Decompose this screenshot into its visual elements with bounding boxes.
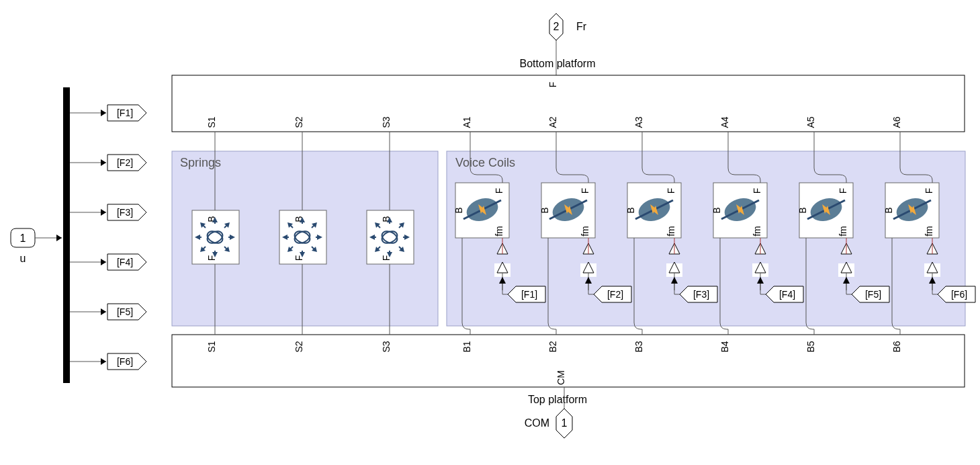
port-B: B: [883, 207, 894, 213]
port-F: F: [666, 188, 676, 194]
port-F: F: [838, 188, 848, 194]
demux-bar: [63, 87, 70, 383]
port-fm: fm: [666, 226, 676, 237]
port-fm: fm: [752, 226, 762, 237]
bottom-platform-title: Bottom platform: [520, 58, 596, 69]
arrow-icon: [101, 159, 106, 166]
goto-label: [F2]: [117, 157, 133, 168]
goto-label: [F6]: [117, 356, 133, 367]
from-label: [F2]: [607, 289, 623, 300]
spring-block-3: B F: [367, 210, 414, 264]
port-fm: fm: [580, 226, 590, 237]
connport-name: COM: [525, 417, 549, 429]
goto-label: [F4]: [117, 257, 133, 267]
goto-f1: [F1]: [70, 105, 146, 121]
outport-number: 2: [553, 21, 560, 32]
port-fm: fm: [924, 226, 934, 237]
port-label: A1: [461, 116, 472, 128]
conn-port-com: 1: [556, 409, 572, 438]
port-label: S1: [206, 341, 217, 352]
port-label: B5: [805, 341, 816, 352]
port-label: A6: [891, 116, 902, 128]
top-platform-block: [172, 335, 965, 387]
goto-label: [F3]: [117, 207, 133, 218]
outport-name: Fr: [576, 21, 587, 32]
port-B: B: [797, 207, 808, 213]
port-F: F: [547, 82, 558, 88]
port-label: A2: [547, 116, 558, 128]
from-label: [F1]: [521, 289, 537, 300]
port-B: B: [539, 207, 550, 213]
from-label: [F4]: [779, 289, 795, 300]
port-F: F: [752, 188, 762, 194]
port-label: B6: [891, 341, 902, 352]
port-label: A5: [805, 116, 816, 128]
goto-f4: [F4]: [70, 254, 146, 270]
voicecoils-title: Voice Coils: [455, 156, 515, 169]
arrow-icon: [101, 259, 106, 265]
port-label: S3: [381, 116, 392, 128]
goto-f3: [F3]: [70, 204, 146, 220]
inport-number: 1: [20, 232, 26, 244]
connport-number: 1: [562, 417, 568, 429]
from-label: [F5]: [865, 289, 881, 300]
arrow-icon: [101, 209, 106, 216]
port-F: F: [924, 188, 934, 194]
goto-label: [F1]: [117, 108, 133, 118]
port-CM: CM: [555, 370, 566, 385]
port-label: S2: [294, 341, 304, 352]
goto-f6: [F6]: [70, 353, 146, 370]
bottom-platform-block: [172, 75, 965, 132]
port-label: B2: [547, 341, 558, 352]
port-F: F: [494, 188, 504, 194]
from-label: [F6]: [951, 289, 967, 300]
port-label: S3: [381, 341, 392, 352]
port-label: S2: [294, 116, 304, 128]
goto-f2: [F2]: [70, 155, 146, 171]
port-B: B: [453, 207, 464, 213]
port-label: S1: [206, 116, 217, 128]
spring-block-1: B F: [192, 210, 239, 264]
port-B: B: [711, 207, 722, 213]
inport-u: 1: [11, 228, 35, 247]
port-label: A4: [719, 116, 730, 128]
arrow-icon: [101, 358, 106, 365]
port-B: B: [625, 207, 636, 213]
goto-f5: [F5]: [70, 304, 146, 320]
port-label: B1: [461, 341, 472, 352]
port-label: A3: [633, 116, 644, 128]
arrow-icon: [56, 235, 62, 241]
port-F: F: [580, 188, 590, 194]
arrow-icon: [101, 110, 106, 116]
port-fm: fm: [494, 226, 504, 237]
port-label: B3: [633, 341, 644, 352]
port-fm: fm: [838, 226, 848, 237]
goto-label: [F5]: [117, 306, 133, 317]
outport-fr: 2: [549, 13, 563, 40]
top-platform-title: Top platform: [528, 394, 587, 405]
inport-name: u: [20, 253, 26, 264]
from-label: [F3]: [693, 289, 709, 300]
spring-block-2: B F: [279, 210, 326, 264]
arrow-icon: [101, 308, 106, 315]
port-label: B4: [719, 341, 730, 352]
